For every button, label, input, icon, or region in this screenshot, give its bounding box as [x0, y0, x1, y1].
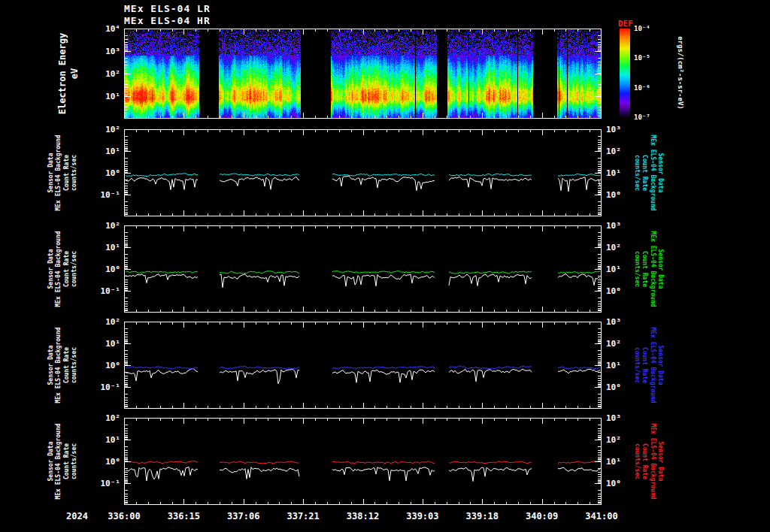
xaxis-tick-4: 338:12 — [347, 511, 379, 521]
panel-green-right-ytick-1: 10² — [606, 243, 621, 252]
panel-green-left-label: Sensor DataMEx ELS-04 BackgroundCount Ra… — [47, 231, 79, 307]
panel-blue-left-ytick-1: 10¹ — [105, 339, 120, 349]
spectrogram-ytick-2: 10² — [105, 69, 120, 79]
panel-green-right-ytick-3: 10⁰ — [606, 286, 621, 296]
xaxis-tick-8: 341:00 — [585, 511, 617, 521]
panel-red-right-ytick-0: 10³ — [606, 413, 621, 423]
panel-red-left-ytick-0: 10² — [105, 413, 120, 423]
xaxis-tick-7: 340:09 — [526, 511, 558, 521]
panel-cyan-right-label-line-2: Count Rate — [641, 135, 648, 210]
panel-blue-right-ytick-3: 10⁰ — [606, 382, 621, 392]
panel-blue-right-label-line-2: Count Rate — [641, 327, 648, 403]
panel-red-left-ytick-2: 10⁰ — [105, 457, 120, 467]
panel-blue-left-ytick-0: 10² — [105, 317, 120, 327]
mex-els-plot-figure: MEx ELS-04 LR MEx ELS-04 HR DEF 2024 10⁴… — [0, 0, 770, 532]
panel-blue-right-label-line-0: Sensor Data — [656, 327, 663, 403]
colorbar-gradient — [620, 29, 630, 117]
panel-blue-right-ytick-2: 10¹ — [606, 361, 621, 370]
colorbar-tick-3: 10⁻⁷ — [634, 113, 650, 121]
spectrogram-ylabel-line-1: eV — [69, 33, 81, 114]
panel-red-left-label-line-0: Sensor Data — [47, 423, 55, 499]
panel-green-right-label-line-2: Count Rate — [641, 231, 648, 307]
panel-blue-left-label-line-3: counts/sec — [71, 327, 78, 403]
xaxis-year-label: 2024 — [66, 511, 88, 521]
panel-blue-right-label-line-3: counts/sec — [632, 327, 640, 403]
spectrogram-ylabel: Electron EnergyeV — [57, 33, 80, 114]
panel-green-left-ytick-1: 10¹ — [105, 243, 120, 252]
xaxis-tick-3: 337:21 — [286, 511, 319, 521]
panel-cyan-left-label-line-1: MEx ELS-04 Background — [56, 135, 63, 210]
colorbar-tick-2: 10⁻⁶ — [634, 84, 650, 92]
spectrogram-ytick-0: 10⁴ — [105, 24, 120, 34]
panel-red-right-ytick-1: 10² — [606, 435, 621, 445]
panel-green-left-label-line-1: MEx ELS-04 Background — [56, 231, 63, 307]
count-rate-panel-green — [124, 225, 602, 313]
panel-blue-left-ytick-3: 10⁻¹ — [101, 382, 121, 392]
spectrogram-ytick-3: 10¹ — [105, 92, 120, 101]
panel-red-right-label-line-2: Count Rate — [641, 423, 648, 499]
panel-cyan-left-ytick-2: 10⁰ — [105, 168, 120, 178]
colorbar-def-label: DEF — [618, 19, 633, 29]
colorbar-unit-label-line-0: ergs/(cm²-s-sr-eV) — [675, 36, 684, 110]
panel-green-left-ytick-2: 10⁰ — [105, 264, 120, 274]
panel-cyan-left-label-line-3: counts/sec — [71, 135, 78, 210]
panel-blue-right-label: Sensor DataMEx ELS-04 BackgroundCount Ra… — [632, 327, 664, 403]
xaxis-tick-6: 339:18 — [466, 511, 499, 521]
panel-blue-right-ytick-1: 10² — [606, 339, 621, 349]
panel-red-right-ytick-2: 10¹ — [606, 457, 621, 467]
panel-red-right-label-line-1: MEx ELS-04 Background — [648, 423, 656, 499]
panel-blue-left-ytick-2: 10⁰ — [105, 361, 120, 370]
panel-cyan-left-label: Sensor DataMEx ELS-04 BackgroundCount Ra… — [47, 135, 79, 210]
panel-blue-right-label-line-1: MEx ELS-04 Background — [648, 327, 656, 403]
panel-blue-left-label-line-1: MEx ELS-04 Background — [56, 327, 63, 403]
panel-green-left-label-line-2: Count Rate — [63, 231, 71, 307]
xaxis-tick-2: 337:06 — [227, 511, 259, 521]
panel-blue-left-label-line-0: Sensor Data — [47, 327, 55, 403]
electron-energy-spectrogram — [124, 29, 602, 119]
panel-cyan-right-label: Sensor DataMEx ELS-04 BackgroundCount Ra… — [632, 135, 664, 210]
panel-red-right-label-line-0: Sensor Data — [656, 423, 663, 499]
panel-cyan-left-ytick-3: 10⁻¹ — [101, 190, 121, 200]
panel-green-left-label-line-0: Sensor Data — [47, 231, 55, 307]
plot-title-hr: MEx ELS-04 HR — [124, 15, 211, 26]
colorbar-unit-label: ergs/(cm²-s-sr-eV) — [675, 36, 684, 110]
panel-red-left-label-line-2: Count Rate — [63, 423, 71, 499]
count-rate-panel-cyan — [124, 129, 602, 216]
panel-red-left-ytick-3: 10⁻¹ — [101, 479, 121, 488]
panel-red-left-ytick-1: 10¹ — [105, 435, 120, 445]
panel-cyan-right-ytick-0: 10³ — [606, 125, 621, 135]
panel-green-right-ytick-0: 10³ — [606, 221, 621, 231]
panel-cyan-left-label-line-0: Sensor Data — [47, 135, 55, 210]
plot-title-lr: MEx ELS-04 LR — [124, 3, 211, 14]
panel-blue-left-label: Sensor DataMEx ELS-04 BackgroundCount Ra… — [47, 327, 79, 403]
panel-cyan-right-label-line-3: counts/sec — [632, 135, 640, 210]
panel-green-right-label-line-1: MEx ELS-04 Background — [648, 231, 656, 307]
panel-green-right-ytick-2: 10¹ — [606, 264, 621, 274]
panel-red-right-label: Sensor DataMEx ELS-04 BackgroundCount Ra… — [632, 423, 664, 499]
panel-cyan-left-ytick-1: 10¹ — [105, 147, 120, 156]
panel-cyan-right-ytick-1: 10² — [606, 147, 621, 156]
panel-blue-left-label-line-2: Count Rate — [63, 327, 71, 403]
panel-green-left-ytick-3: 10⁻¹ — [101, 286, 121, 296]
xaxis-tick-1: 336:15 — [168, 511, 200, 521]
xaxis-tick-5: 339:03 — [406, 511, 438, 521]
panel-red-left-label-line-1: MEx ELS-04 Background — [56, 423, 63, 499]
panel-blue-right-ytick-0: 10³ — [606, 317, 621, 327]
panel-red-left-label: Sensor DataMEx ELS-04 BackgroundCount Ra… — [47, 423, 79, 499]
colorbar-tick-0: 10⁻⁴ — [634, 25, 650, 32]
panel-red-right-label-line-3: counts/sec — [632, 423, 640, 499]
colorbar-tick-1: 10⁻⁵ — [634, 54, 650, 62]
panel-green-right-label-line-3: counts/sec — [632, 231, 640, 307]
panel-cyan-right-label-line-0: Sensor Data — [656, 135, 663, 210]
panel-cyan-left-ytick-0: 10² — [105, 125, 120, 135]
xaxis-tick-0: 336:00 — [108, 511, 140, 521]
count-rate-panel-blue — [124, 322, 602, 409]
panel-red-left-label-line-3: counts/sec — [71, 423, 78, 499]
panel-green-right-label: Sensor DataMEx ELS-04 BackgroundCount Ra… — [632, 231, 664, 307]
spectrogram-ylabel-line-0: Electron Energy — [57, 33, 69, 114]
panel-cyan-right-ytick-2: 10¹ — [606, 168, 621, 178]
count-rate-panel-red — [124, 418, 602, 505]
panel-cyan-right-label-line-1: MEx ELS-04 Background — [648, 135, 656, 210]
panel-cyan-left-label-line-2: Count Rate — [63, 135, 71, 210]
panel-green-left-label-line-3: counts/sec — [71, 231, 78, 307]
